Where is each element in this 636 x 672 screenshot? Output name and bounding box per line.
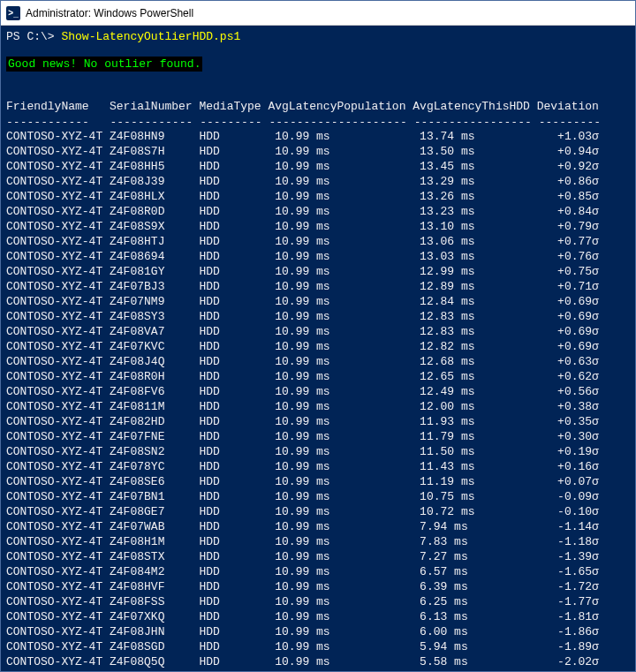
table-row: CONTOSO-XYZ-4T Z4F08SE6 HDD 10.99 ms 11.… <box>6 474 630 489</box>
status-message: Good news! No outlier found. <box>6 57 202 72</box>
table-row: CONTOSO-XYZ-4T Z4F08GE7 HDD 10.99 ms 10.… <box>6 504 630 519</box>
table-row: CONTOSO-XYZ-4T Z4F08S7H HDD 10.99 ms 13.… <box>6 144 630 159</box>
terminal-area[interactable]: PS C:\> Show-LatencyOutlierHDD.ps1 Good … <box>1 26 635 671</box>
table-row: CONTOSO-XYZ-4T Z4F08R0D HDD 10.99 ms 13.… <box>6 204 630 219</box>
table-row: CONTOSO-XYZ-4T Z4F08694 HDD 10.99 ms 13.… <box>6 249 630 264</box>
table-row: CONTOSO-XYZ-4T Z4F081GY HDD 10.99 ms 12.… <box>6 264 630 279</box>
table-row: CONTOSO-XYZ-4T Z4F08R0H HDD 10.99 ms 12.… <box>6 369 630 384</box>
table-row: CONTOSO-XYZ-4T Z4F08HN9 HDD 10.99 ms 13.… <box>6 129 630 144</box>
table-row: CONTOSO-XYZ-4T Z4F07KVC HDD 10.99 ms 12.… <box>6 339 630 354</box>
prompt-prefix: PS C:\> <box>6 30 61 43</box>
table-row: CONTOSO-XYZ-4T Z4F078YC HDD 10.99 ms 11.… <box>6 459 630 474</box>
table-row: CONTOSO-XYZ-4T Z4F08VA7 HDD 10.99 ms 12.… <box>6 324 630 339</box>
table-row: CONTOSO-XYZ-4T Z4F08Q5Q HDD 10.99 ms 5.5… <box>6 654 630 669</box>
table-row: CONTOSO-XYZ-4T Z4F07BN1 HDD 10.99 ms 10.… <box>6 489 630 504</box>
table-row: CONTOSO-XYZ-4T Z4F08FV6 HDD 10.99 ms 12.… <box>6 384 630 399</box>
table-row: CONTOSO-XYZ-4T Z4F07XKQ HDD 10.99 ms 6.1… <box>6 609 630 624</box>
table-row: CONTOSO-XYZ-4T Z4F07FNE HDD 10.99 ms 11.… <box>6 429 630 444</box>
table-row: CONTOSO-XYZ-4T Z4F08FSS HDD 10.99 ms 6.2… <box>6 594 630 609</box>
command-text: Show-LatencyOutlierHDD.ps1 <box>61 30 240 43</box>
table-row: CONTOSO-XYZ-4T Z4F08HTJ HDD 10.99 ms 13.… <box>6 234 630 249</box>
window-title: Administrator: Windows PowerShell <box>26 7 193 19</box>
table-row: CONTOSO-XYZ-4T Z4F08SN2 HDD 10.99 ms 11.… <box>6 444 630 459</box>
blank-line <box>6 84 630 99</box>
table-row: CONTOSO-XYZ-4T Z4F08JHN HDD 10.99 ms 6.0… <box>6 624 630 639</box>
table-row: CONTOSO-XYZ-4T Z4F08H1M HDD 10.99 ms 7.8… <box>6 534 630 549</box>
window-titlebar[interactable]: >_ Administrator: Windows PowerShell <box>1 1 635 26</box>
table-row: CONTOSO-XYZ-4T Z4F08SY3 HDD 10.99 ms 12.… <box>6 309 630 324</box>
table-row: CONTOSO-XYZ-4T Z4F08S9X HDD 10.99 ms 13.… <box>6 219 630 234</box>
table-row: CONTOSO-XYZ-4T Z4F084M2 HDD 10.99 ms 6.5… <box>6 564 630 579</box>
table-row: CONTOSO-XYZ-4T Z4F08HLX HDD 10.99 ms 13.… <box>6 189 630 204</box>
table-row: CONTOSO-XYZ-4T Z4F07BJ3 HDD 10.99 ms 12.… <box>6 279 630 294</box>
table-row: CONTOSO-XYZ-4T Z4F08HVF HDD 10.99 ms 6.3… <box>6 579 630 594</box>
table-row: CONTOSO-XYZ-4T Z4F08STX HDD 10.99 ms 7.2… <box>6 549 630 564</box>
table-row: CONTOSO-XYZ-4T Z4F07WAB HDD 10.99 ms 7.9… <box>6 519 630 534</box>
table-row: CONTOSO-XYZ-4T Z4F0811M HDD 10.99 ms 12.… <box>6 399 630 414</box>
powershell-icon: >_ <box>6 6 20 20</box>
table-row: CONTOSO-XYZ-4T Z4F08HH5 HDD 10.99 ms 13.… <box>6 159 630 174</box>
table-row: CONTOSO-XYZ-4T Z4F082HD HDD 10.99 ms 11.… <box>6 414 630 429</box>
table-row: CONTOSO-XYZ-4T Z4F07NM9 HDD 10.99 ms 12.… <box>6 294 630 309</box>
table-divider: ------------ ------------ --------- ----… <box>6 114 630 129</box>
table-row: CONTOSO-XYZ-4T Z4F08J39 HDD 10.99 ms 13.… <box>6 174 630 189</box>
prompt-line: PS C:\> Show-LatencyOutlierHDD.ps1 <box>6 29 630 44</box>
table-header: FriendlyName SerialNumber MediaType AvgL… <box>6 99 630 114</box>
table-row: CONTOSO-XYZ-4T Z4F08J4Q HDD 10.99 ms 12.… <box>6 354 630 369</box>
table-row: CONTOSO-XYZ-4T Z4F08SGD HDD 10.99 ms 5.9… <box>6 639 630 654</box>
powershell-window: >_ Administrator: Windows PowerShell PS … <box>0 0 636 672</box>
